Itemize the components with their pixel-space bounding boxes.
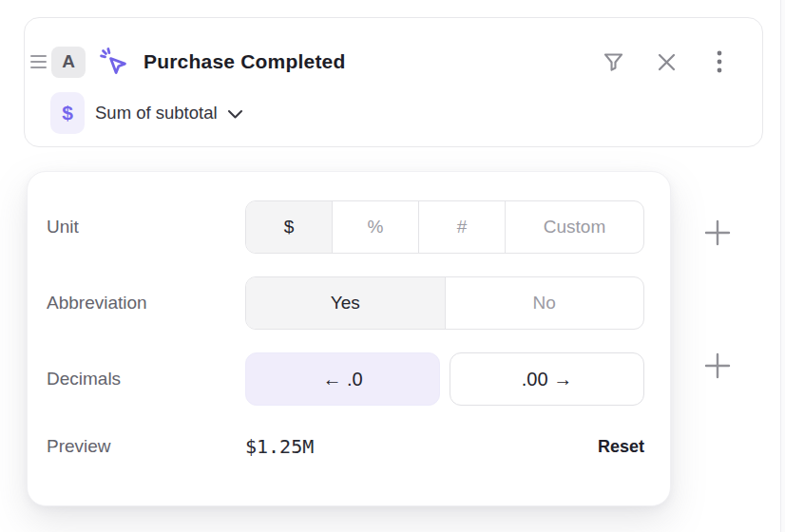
unit-option-number[interactable]: # [419,201,506,253]
abbreviation-label: Abbreviation [47,293,245,314]
abbreviation-row: Abbreviation Yes No [47,276,644,330]
reset-button[interactable]: Reset [598,437,644,457]
metric-dollar-badge: $ [50,92,85,134]
decimals-decrease-button[interactable]: ← .0 [245,352,440,406]
unit-label: Unit [47,217,245,238]
event-card-header: A Purchase Completed [25,43,762,81]
close-button[interactable] [650,46,682,78]
kebab-menu-icon [708,49,731,74]
filter-button[interactable] [597,46,629,78]
add-button-bottom[interactable] [701,350,734,382]
plus-icon [704,219,731,246]
event-letter-badge: A [51,47,86,78]
decimals-row: Decimals ← .0 .00 → [47,352,644,406]
decimals-increase-button[interactable]: .00 → [450,352,644,406]
abbreviation-option-yes[interactable]: Yes [246,277,446,329]
more-options-button[interactable] [703,46,736,78]
preview-value: $1.25M [245,435,314,458]
plus-icon [704,352,731,379]
decimals-controls: ← .0 .00 → [245,352,644,406]
event-title: Purchase Completed [144,50,346,73]
preview-label: Preview [47,436,245,457]
unit-option-percent[interactable]: % [333,201,419,253]
abbreviation-option-no[interactable]: No [446,277,644,329]
event-card: A Purchase Completed [24,17,763,147]
chevron-down-icon [227,109,243,120]
abbreviation-segmented-control: Yes No [245,276,644,330]
unit-option-custom[interactable]: Custom [506,201,643,253]
metric-selector[interactable]: $ Sum of subtotal [50,91,243,135]
filter-icon [603,51,624,73]
screen: A Purchase Completed [0,0,785,532]
preview-row: Preview $1.25M Reset [47,423,644,470]
decimals-label: Decimals [47,369,245,390]
unit-row: Unit $ % # Custom [47,200,644,254]
close-icon [656,51,678,73]
add-button-top[interactable] [701,217,734,249]
metric-label: Sum of subtotal [95,103,218,124]
event-click-cursor-icon [99,46,129,78]
drag-handle-icon[interactable] [30,53,48,70]
unit-segmented-control: $ % # Custom [245,200,644,254]
format-panel: Unit $ % # Custom Abbreviation Yes No De… [27,171,671,506]
adjacent-panel-edge [780,0,785,532]
unit-option-dollar[interactable]: $ [246,201,333,253]
